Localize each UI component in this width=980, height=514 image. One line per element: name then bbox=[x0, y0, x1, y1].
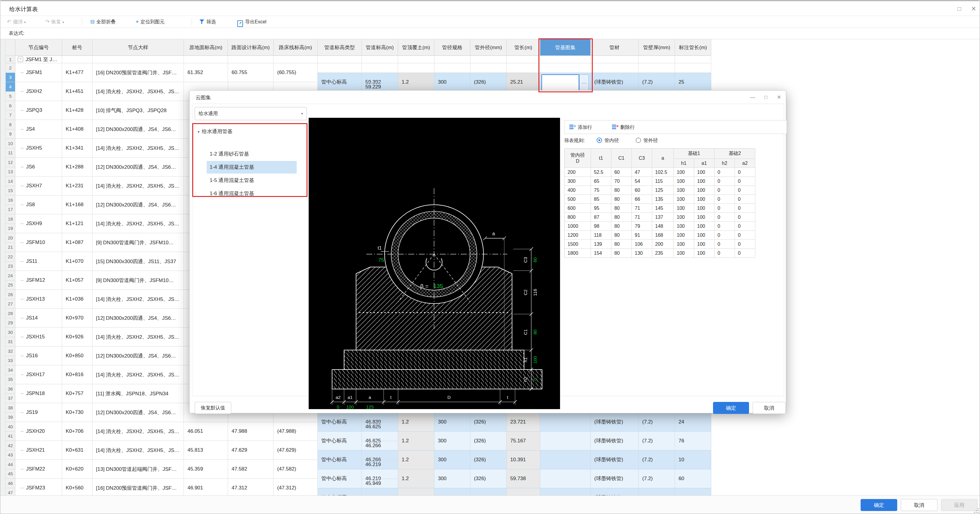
param-cell[interactable]: 80 bbox=[611, 204, 632, 213]
cell-pipe-elev[interactable]: 46.26646.219 bbox=[362, 451, 398, 470]
cell-node-id[interactable]: ─JSXH15 bbox=[15, 328, 62, 346]
param-cell[interactable]: 60 bbox=[632, 186, 652, 195]
row-number[interactable]: 40 bbox=[6, 422, 15, 432]
cell-pipe-length[interactable]: 25.21 bbox=[507, 73, 540, 92]
cell-node-detail[interactable]: [14] 消火栓、JSXH2、JSXH5、JS… bbox=[92, 290, 184, 309]
cell-ground-elev[interactable]: 45.359 bbox=[184, 460, 228, 479]
cell-wall-thickness[interactable]: (7.2) bbox=[639, 73, 675, 92]
cell-material[interactable]: (球墨铸铁管) bbox=[591, 413, 639, 432]
column-header-5[interactable]: 路面设计标高(m) bbox=[228, 39, 274, 56]
param-cell[interactable]: 125 bbox=[652, 186, 674, 195]
column-header-6[interactable]: 路床线标高(m) bbox=[274, 39, 318, 56]
param-cell[interactable]: 100 bbox=[694, 213, 714, 222]
tree-item-3[interactable]: 1-5 通用混凝土管基 bbox=[207, 174, 297, 187]
row-number[interactable]: 26 bbox=[6, 290, 15, 300]
param-cell[interactable]: 0 bbox=[714, 204, 735, 213]
dialog-close-icon[interactable]: ✕ bbox=[775, 94, 784, 101]
cell-stake[interactable]: K0+560 bbox=[62, 479, 92, 495]
param-cell[interactable]: 79 bbox=[632, 222, 652, 231]
param-cell[interactable]: 98 bbox=[591, 222, 611, 231]
cell-wall-thickness[interactable]: (7.2) bbox=[639, 470, 675, 488]
cell-node-id[interactable]: ─JS19 bbox=[15, 403, 62, 422]
param-cell[interactable]: 1200 bbox=[565, 231, 591, 240]
param-subheader-h2[interactable]: h2 bbox=[714, 159, 735, 168]
cell-outer-diameter[interactable]: (326) bbox=[470, 413, 507, 432]
row-number[interactable]: 3 bbox=[6, 73, 15, 82]
column-header-12[interactable]: 管长(m) bbox=[507, 39, 540, 56]
row-number[interactable]: 17 bbox=[6, 205, 15, 214]
cell-subgrade-elev[interactable]: (47.629) bbox=[274, 441, 318, 460]
cell-stake[interactable]: K0+757 bbox=[62, 384, 92, 403]
row-number[interactable]: 29 bbox=[6, 318, 15, 328]
row-number[interactable]: 46 bbox=[6, 479, 15, 488]
param-cell[interactable]: 95 bbox=[591, 204, 611, 213]
param-cell[interactable]: 85 bbox=[591, 195, 611, 204]
row-number[interactable]: 41 bbox=[6, 432, 15, 441]
row-number[interactable]: 27 bbox=[6, 300, 15, 309]
param-cell[interactable]: 66 bbox=[632, 195, 652, 204]
tree-item-1[interactable]: 1-2 通用砂石管基 bbox=[207, 148, 297, 160]
param-cell[interactable]: 168 bbox=[652, 231, 674, 240]
undo-button[interactable]: ↶撤消▾ bbox=[7, 17, 26, 26]
param-cell[interactable]: 100 bbox=[674, 231, 694, 240]
param-header-C3[interactable]: C3 bbox=[632, 149, 652, 168]
cell-cover-depth[interactable]: 1.2 bbox=[398, 432, 434, 451]
param-cell[interactable]: 106 bbox=[632, 240, 652, 249]
param-cell[interactable]: 0 bbox=[714, 240, 735, 249]
cell-pipe-spec[interactable]: 300 bbox=[434, 488, 470, 496]
cell-pipe-elev[interactable]: 46.62546.266 bbox=[362, 432, 398, 451]
param-cell[interactable]: 100 bbox=[694, 195, 714, 204]
cell-stake[interactable]: K1+288 bbox=[62, 158, 92, 176]
param-cell[interactable]: 80 bbox=[611, 186, 632, 195]
row-number[interactable]: 28 bbox=[6, 309, 15, 318]
param-cell[interactable]: 1800 bbox=[565, 249, 591, 258]
cell-cover-depth[interactable]: 1.2 bbox=[398, 488, 434, 496]
cell-elev-type[interactable]: 管中心标高 bbox=[318, 488, 362, 496]
column-header-15[interactable]: 管壁厚(mm) bbox=[639, 39, 675, 56]
cell-note-length[interactable]: 60 bbox=[675, 470, 711, 488]
row-number[interactable]: 18 bbox=[6, 214, 15, 224]
param-cell[interactable]: 47 bbox=[632, 168, 652, 177]
cell-subgrade-elev[interactable]: (47.988) bbox=[274, 422, 318, 441]
cell-ground-elev[interactable]: 61.352 bbox=[184, 63, 228, 82]
cell-node-id[interactable]: ─JSPQ3 bbox=[15, 101, 62, 120]
cell-outer-diameter[interactable]: (326) bbox=[470, 451, 507, 470]
param-cell[interactable]: 130 bbox=[632, 249, 652, 258]
chevron-down-icon[interactable]: ▾ bbox=[24, 21, 26, 24]
param-cell[interactable]: 0 bbox=[714, 195, 735, 204]
maximize-icon[interactable]: □ bbox=[954, 4, 964, 13]
param-cell[interactable]: 0 bbox=[714, 186, 735, 195]
param-cell[interactable]: 0 bbox=[735, 213, 755, 222]
row-number[interactable]: 37 bbox=[6, 394, 15, 403]
param-cell[interactable]: 137 bbox=[652, 213, 674, 222]
param-subheader-a2[interactable]: a2 bbox=[735, 159, 755, 168]
column-header-3[interactable]: 节点大样 bbox=[92, 39, 184, 56]
row-number[interactable]: 6 bbox=[6, 101, 15, 111]
param-cell[interactable]: 80 bbox=[611, 240, 632, 249]
column-header-1[interactable]: 节点编号 bbox=[15, 39, 62, 56]
cell-node-id[interactable]: ─JSXH7 bbox=[15, 176, 62, 195]
row-number[interactable]: 45 bbox=[6, 470, 15, 479]
group-row[interactable]: −JSFM1 至 J… bbox=[15, 56, 62, 63]
row-number[interactable]: 24 bbox=[6, 271, 15, 281]
cell-node-detail[interactable]: [16] DN200预留管道阀门井、JSF… bbox=[92, 63, 184, 82]
tree-root[interactable]: ▾给水通用管基 bbox=[198, 128, 232, 135]
add-row-button[interactable]: +添加行 bbox=[570, 123, 592, 132]
row-number[interactable]: 1 bbox=[6, 56, 15, 63]
param-cell[interactable]: 0 bbox=[714, 231, 735, 240]
cell-node-detail[interactable]: [12] DN300x200四通、JS4、JS6… bbox=[92, 346, 184, 365]
param-cell[interactable]: 100 bbox=[674, 177, 694, 186]
param-cell[interactable]: 400 bbox=[565, 186, 591, 195]
cell-pipe-length[interactable]: 75.167 bbox=[507, 432, 540, 451]
column-header-16[interactable]: 标注管长(m) bbox=[675, 39, 711, 56]
cell-material[interactable]: (球墨铸铁管) bbox=[591, 488, 639, 496]
param-cell[interactable]: 0 bbox=[735, 177, 755, 186]
row-number[interactable]: 35 bbox=[6, 375, 15, 384]
row-number[interactable]: 43 bbox=[6, 451, 15, 460]
cell-stake[interactable]: K1+070 bbox=[62, 252, 92, 271]
cell-node-id[interactable]: ─JSXH5 bbox=[15, 139, 62, 158]
cell-subgrade-elev[interactable]: (47.312) bbox=[274, 479, 318, 495]
cell-node-id[interactable]: ─JS16 bbox=[15, 346, 62, 365]
restore-defaults-button[interactable]: 恢复默认值 bbox=[195, 402, 231, 414]
cell-stake[interactable]: K1+408 bbox=[62, 120, 92, 139]
